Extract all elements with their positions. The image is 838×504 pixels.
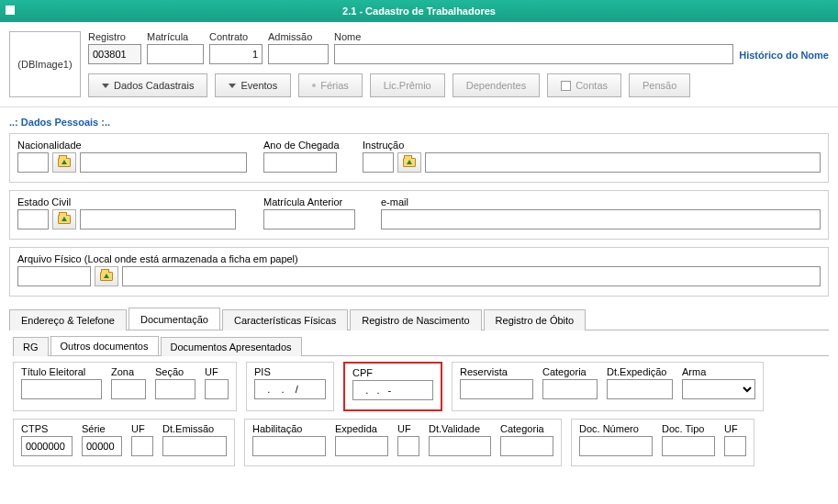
subtab-outros-documentos[interactable]: Outros documentos xyxy=(50,336,159,355)
hab-uf-input[interactable] xyxy=(397,436,419,456)
dados-cadastrais-button[interactable]: Dados Cadastrais xyxy=(88,73,207,97)
admissao-label: Admissão xyxy=(268,31,329,42)
arma-select[interactable] xyxy=(682,379,755,399)
ctps-input[interactable] xyxy=(21,436,73,456)
estado-civil-lookup-button[interactable] xyxy=(52,209,76,230)
contas-button[interactable]: Contas xyxy=(547,73,621,97)
uf-input[interactable] xyxy=(205,379,229,399)
habilitacao-input[interactable] xyxy=(252,436,326,456)
instrucao-lookup-button[interactable] xyxy=(397,152,421,173)
titulo-eleitoral-input[interactable] xyxy=(21,379,102,399)
hab-categoria-input[interactable] xyxy=(500,436,553,456)
window-titlebar: 2.1 - Cadastro de Trabalhadores xyxy=(0,0,838,22)
chevron-down-icon xyxy=(229,84,236,88)
registro-input[interactable] xyxy=(88,44,141,64)
instrucao-desc-input[interactable] xyxy=(425,152,821,173)
doc-numero-input[interactable] xyxy=(579,436,653,456)
nome-label: Nome xyxy=(334,31,733,42)
dependentes-button[interactable]: Dependentes xyxy=(453,73,540,97)
tab-caracteristicas[interactable]: Características Físicas xyxy=(222,309,348,330)
instrucao-code-input[interactable] xyxy=(363,152,394,173)
ferias-button[interactable]: Férias xyxy=(298,73,363,97)
arquivo-fisico-desc-input[interactable] xyxy=(122,266,821,286)
folder-icon xyxy=(100,272,113,281)
expedida-label: Expedida xyxy=(335,423,388,434)
serie-label: Série xyxy=(82,423,122,434)
dt-expedicao-label: Dt.Expedição xyxy=(607,366,673,377)
estado-civil-label: Estado Civil xyxy=(17,196,247,207)
matricula-anterior-input[interactable] xyxy=(263,209,355,230)
dt-expedicao-input[interactable] xyxy=(607,379,673,399)
historico-nome-link[interactable]: Histórico do Nome xyxy=(739,50,829,64)
zona-input[interactable] xyxy=(111,379,146,399)
estado-civil-desc-input[interactable] xyxy=(80,209,236,230)
pis-input[interactable] xyxy=(254,379,326,399)
ctps-label: CTPS xyxy=(21,423,73,434)
dbimage-placeholder: (DBImage1) xyxy=(9,31,81,97)
cpf-input[interactable] xyxy=(352,380,433,400)
ctps-uf-label: UF xyxy=(131,423,153,434)
panel-nac-instrucao: Nacionalidade Ano de Chegada Instrução xyxy=(9,133,829,183)
nacionalidade-code-input[interactable] xyxy=(17,152,49,173)
dt-emissao-label: Dt.Emissão xyxy=(162,423,227,434)
contrato-input[interactable] xyxy=(209,44,263,64)
ctps-uf-input[interactable] xyxy=(131,436,153,456)
admissao-input[interactable] xyxy=(268,44,329,64)
box-doc-numero: Doc. Número Doc. Tipo UF xyxy=(571,419,754,466)
subtab-documentos-apresentados[interactable]: Documentos Apresentados xyxy=(161,337,302,356)
tab-documentacao[interactable]: Documentação xyxy=(128,308,220,330)
matricula-label: Matrícula xyxy=(147,31,204,42)
nacionalidade-desc-input[interactable] xyxy=(80,152,247,173)
lic-premio-button[interactable]: Lic.Prêmio xyxy=(370,73,445,97)
panel-arquivo-fisico: Arquivo Físico (Local onde está armazena… xyxy=(9,247,829,297)
matricula-anterior-label: Matrícula Anterior xyxy=(263,196,364,207)
matricula-input[interactable] xyxy=(147,44,204,64)
tab-nascimento[interactable]: Registro de Nascimento xyxy=(350,309,481,330)
nacionalidade-label: Nacionalidade xyxy=(17,140,247,151)
contrato-label: Contrato xyxy=(209,31,263,42)
habilitacao-label: Habilitação xyxy=(252,423,326,434)
box-reservista: Reservista Categoria Dt.Expedição Arma xyxy=(452,362,764,411)
secao-input[interactable] xyxy=(155,379,196,399)
secao-label: Seção xyxy=(155,366,196,377)
divider xyxy=(0,106,838,107)
tab-endereco[interactable]: Endereço & Telefone xyxy=(9,309,127,330)
serie-input[interactable] xyxy=(82,436,122,456)
box-pis: PIS xyxy=(246,362,334,411)
dot-icon xyxy=(312,84,316,87)
tab-obito[interactable]: Registro de Óbito xyxy=(484,309,587,330)
email-label: e-mail xyxy=(381,196,821,207)
chevron-down-icon xyxy=(102,84,109,88)
categoria-input[interactable] xyxy=(542,379,598,399)
dt-emissao-input[interactable] xyxy=(162,436,227,456)
doc-tipo-input[interactable] xyxy=(662,436,715,456)
doc-row-2: CTPS Série UF Dt.Emissão Habilitação Exp… xyxy=(13,419,829,466)
subtab-rg[interactable]: RG xyxy=(13,337,49,356)
arquivo-fisico-lookup-button[interactable] xyxy=(95,266,118,286)
system-menu-icon[interactable] xyxy=(6,6,15,15)
doc-uf-input[interactable] xyxy=(724,436,746,456)
reservista-input[interactable] xyxy=(460,379,533,399)
window-title: 2.1 - Cadastro de Trabalhadores xyxy=(342,6,496,17)
dt-validade-input[interactable] xyxy=(429,436,491,456)
nome-input[interactable] xyxy=(334,44,733,64)
hab-categoria-label: Categoria xyxy=(500,423,553,434)
email-input[interactable] xyxy=(381,209,821,230)
panel-estado-email: Estado Civil Matrícula Anterior e-mail xyxy=(9,190,829,240)
checkbox-icon xyxy=(561,81,571,91)
doc-row-1: Título Eleitoral Zona Seção UF PIS CPF R… xyxy=(13,362,829,411)
pensao-button[interactable]: Pensão xyxy=(629,73,690,97)
sub-tabstrip: RG Outros documentos Documentos Apresent… xyxy=(13,336,829,356)
estado-civil-code-input[interactable] xyxy=(17,209,49,230)
instrucao-label: Instrução xyxy=(363,140,821,151)
header-fields: Registro Matrícula Contrato Admissão Nom… xyxy=(88,31,829,97)
main-tabstrip: Endereço & Telefone Documentação Caracte… xyxy=(9,308,829,330)
nacionalidade-lookup-button[interactable] xyxy=(52,152,76,173)
arquivo-fisico-code-input[interactable] xyxy=(17,266,91,286)
folder-icon xyxy=(58,158,71,167)
expedida-input[interactable] xyxy=(335,436,388,456)
ano-chegada-input[interactable] xyxy=(263,152,337,173)
arquivo-fisico-label: Arquivo Físico (Local onde está armazena… xyxy=(17,253,821,264)
section-title-dados-pessoais: ..: Dados Pessoais :.. xyxy=(0,111,838,131)
eventos-button[interactable]: Eventos xyxy=(215,73,291,97)
